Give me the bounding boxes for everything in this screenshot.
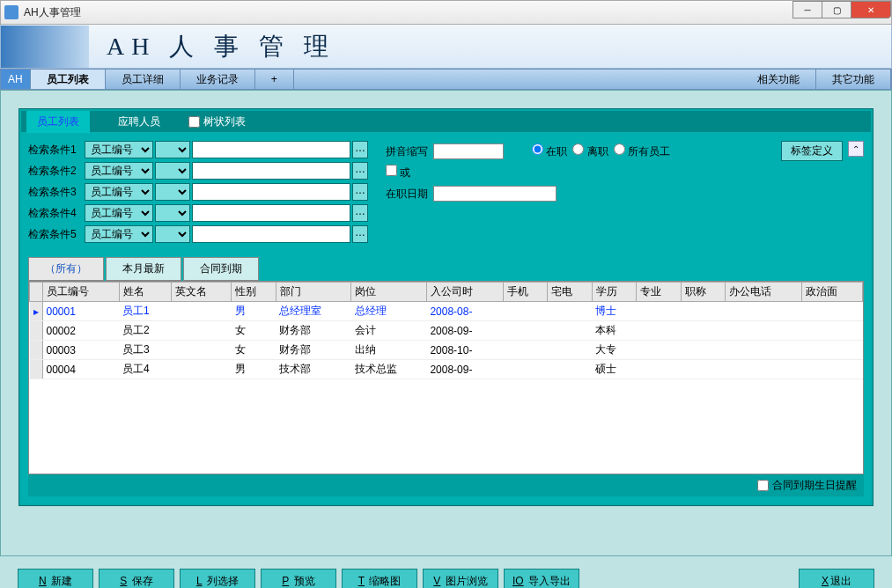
toolbar-保存-button[interactable]: S 保存 [99, 569, 174, 588]
table-cell[interactable] [726, 321, 802, 341]
table-cell[interactable] [726, 302, 802, 321]
table-cell[interactable] [802, 302, 863, 321]
table-cell[interactable]: 女 [232, 341, 276, 360]
column-header[interactable]: 入公司时 [426, 283, 503, 302]
table-cell[interactable]: 员工2 [119, 321, 171, 341]
table-cell[interactable] [504, 302, 548, 321]
exit-button[interactable]: X退出 [799, 569, 874, 588]
table-cell[interactable] [681, 321, 725, 341]
subtab-applicants[interactable]: 应聘人员 [107, 111, 171, 133]
radio-all[interactable]: 所有员工 [614, 143, 670, 159]
column-header[interactable]: 学历 [592, 283, 636, 302]
tab-employee-detail[interactable]: 员工详细 [106, 70, 181, 89]
table-cell[interactable] [171, 360, 232, 379]
table-cell[interactable] [637, 302, 681, 321]
radio-offjob[interactable]: 离职 [572, 143, 608, 159]
table-cell[interactable] [548, 360, 592, 379]
table-cell[interactable]: 本科 [592, 321, 636, 341]
table-cell[interactable] [171, 341, 232, 360]
table-cell[interactable]: 男 [232, 302, 276, 321]
minimize-button[interactable]: ─ [792, 1, 822, 18]
tab-ah[interactable]: AH [1, 70, 31, 89]
column-header[interactable]: 宅电 [548, 283, 592, 302]
search-more-button[interactable]: … [352, 141, 368, 158]
toolbar-导入导出-button[interactable]: IO 导入导出 [504, 569, 579, 588]
search-more-button[interactable]: … [352, 204, 368, 222]
table-row[interactable]: 00004员工4男技术部技术总监2008-09-硕士 [30, 360, 863, 379]
tab-other[interactable]: 其它功能 [816, 70, 891, 89]
tab-related[interactable]: 相关功能 [741, 70, 816, 89]
search-field-select[interactable]: 员工编号 [85, 225, 153, 243]
search-value-input[interactable] [192, 162, 350, 180]
table-cell[interactable]: 00002 [42, 321, 119, 341]
table-cell[interactable]: 男 [232, 360, 276, 379]
search-op-select[interactable] [155, 162, 190, 180]
search-value-input[interactable] [192, 183, 350, 201]
gridtab-month[interactable]: 本月最新 [106, 257, 181, 281]
table-cell[interactable] [802, 360, 863, 379]
search-more-button[interactable]: … [352, 162, 368, 180]
table-cell[interactable] [802, 321, 863, 341]
table-cell[interactable]: 2008-09- [426, 360, 503, 379]
table-row[interactable]: ▸00001员工1男总经理室总经理2008-08-博士 [30, 302, 863, 321]
collapse-button[interactable]: ⌃ [848, 141, 864, 157]
table-cell[interactable]: 技术部 [276, 360, 351, 379]
table-cell[interactable] [637, 341, 681, 360]
maximize-button[interactable]: ▢ [822, 1, 851, 18]
table-cell[interactable]: 出纳 [351, 341, 427, 360]
table-cell[interactable] [171, 321, 232, 341]
table-cell[interactable] [171, 302, 232, 321]
search-more-button[interactable]: … [352, 225, 368, 243]
table-cell[interactable]: 女 [232, 321, 276, 341]
table-row[interactable]: 00002员工2女财务部会计2008-09-本科 [30, 321, 863, 341]
table-cell[interactable] [548, 321, 592, 341]
toolbar-预览-button[interactable]: P 预览 [261, 569, 336, 588]
toolbar-缩略图-button[interactable]: T 缩略图 [342, 569, 417, 588]
toolbar-列选择-button[interactable]: L 列选择 [180, 569, 255, 588]
search-field-select[interactable]: 员工编号 [85, 204, 153, 222]
or-checkbox[interactable]: 或 [386, 165, 410, 180]
column-header[interactable]: 办公电话 [726, 283, 802, 302]
column-header[interactable]: 员工编号 [42, 283, 119, 302]
column-header[interactable]: 部门 [276, 283, 351, 302]
table-cell[interactable]: 2008-10- [426, 341, 503, 360]
table-cell[interactable]: 2008-08- [426, 302, 503, 321]
table-cell[interactable] [802, 341, 863, 360]
tree-checkbox[interactable] [188, 116, 200, 128]
gridtab-all[interactable]: （所有） [28, 257, 104, 281]
search-value-input[interactable] [192, 141, 350, 158]
column-header[interactable]: 手机 [504, 283, 548, 302]
gridtab-contract[interactable]: 合同到期 [183, 257, 259, 281]
table-cell[interactable]: 00001 [42, 302, 119, 321]
tree-checkbox-label[interactable]: 树状列表 [188, 114, 246, 129]
date-input[interactable] [433, 186, 557, 202]
table-cell[interactable]: 员工4 [119, 360, 171, 379]
search-op-select[interactable] [155, 183, 190, 201]
table-cell[interactable] [504, 360, 548, 379]
column-header[interactable]: 专业 [637, 283, 681, 302]
table-cell[interactable]: 硕士 [592, 360, 636, 379]
table-row[interactable]: 00003员工3女财务部出纳2008-10-大专 [30, 341, 863, 360]
table-cell[interactable]: 总经理 [351, 302, 427, 321]
search-more-button[interactable]: … [352, 183, 368, 201]
search-field-select[interactable]: 员工编号 [85, 183, 153, 201]
search-op-select[interactable] [155, 204, 190, 222]
table-cell[interactable] [504, 321, 548, 341]
search-field-select[interactable]: 员工编号 [85, 141, 153, 158]
table-cell[interactable]: 00003 [42, 341, 119, 360]
table-cell[interactable] [681, 341, 725, 360]
tab-add[interactable]: + [255, 70, 294, 89]
table-cell[interactable] [681, 302, 725, 321]
table-cell[interactable]: 技术总监 [351, 360, 427, 379]
search-value-input[interactable] [192, 204, 350, 222]
table-cell[interactable] [637, 360, 681, 379]
table-cell[interactable] [548, 302, 592, 321]
table-cell[interactable]: 总经理室 [276, 302, 351, 321]
search-op-select[interactable] [155, 225, 190, 243]
search-field-select[interactable]: 员工编号 [85, 162, 153, 180]
radio-onjob[interactable]: 在职 [532, 143, 567, 159]
column-header[interactable]: 岗位 [351, 283, 427, 302]
tag-define-button[interactable]: 标签定义 [781, 141, 843, 161]
column-header[interactable]: 职称 [681, 283, 725, 302]
table-cell[interactable] [504, 341, 548, 360]
